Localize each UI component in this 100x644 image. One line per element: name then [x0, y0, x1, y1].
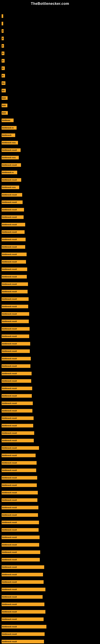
- bar: Bottleneck result: [1, 215, 24, 219]
- bar-row: Bo: [1, 89, 6, 92]
- bar-row: Bottleneck result: [1, 327, 30, 331]
- bar-row: Bottleneck result: [1, 379, 31, 383]
- bar-label: Bottleneck result: [2, 209, 17, 211]
- bar-label: E: [2, 30, 3, 32]
- bar: Bottleneck result: [1, 602, 44, 606]
- bar: Bottleneck result: [1, 461, 37, 465]
- bar: Bottleneck result: [1, 334, 29, 338]
- bar: Bottleneck result: [1, 327, 30, 331]
- bar-label: Bottleneck result: [2, 372, 17, 374]
- bar-label: Bottleneck result: [2, 544, 17, 546]
- bar-label: Bottleneck result: [2, 499, 17, 501]
- bar-row: Bottleneck result: [1, 618, 44, 621]
- bar-label: Bottleneck result: [2, 626, 17, 628]
- bar-row: Bottleneck result: [1, 625, 47, 628]
- bar-row: Bottleneck result: [1, 424, 33, 428]
- bar-label: Bottleneck result: [2, 410, 17, 412]
- bar-label: Bottleneck result: [2, 432, 17, 434]
- bar-row: Bottleneck result: [1, 342, 30, 346]
- bar-row: E: [1, 29, 3, 33]
- bar: Bottleneck result: [1, 513, 38, 517]
- bar-row: Bottleneck result: [1, 305, 28, 308]
- bar-label: Bottleneck result: [2, 164, 17, 166]
- bar-row: Bottleneck result: [1, 468, 36, 472]
- bar-row: Bottlenec: [1, 118, 14, 122]
- bar-label: Bottleneck result: [2, 358, 17, 360]
- bar-row: Bottleneck result: [1, 208, 24, 212]
- bar-row: Bottleneck result: [1, 290, 28, 294]
- bar-label: Bottleneck re: [2, 127, 14, 129]
- bar-label: Bottleneck result: [2, 231, 17, 233]
- bar-row: Bolt: [1, 104, 7, 107]
- bar-label: Bottleneck result: [2, 588, 17, 590]
- bar-row: Bottleneck result: [1, 580, 44, 584]
- bar-label: Bottleneck resu: [2, 142, 16, 144]
- bar: Bottleneck result: [1, 386, 32, 390]
- bar-row: Bottleneck result: [1, 588, 46, 591]
- bar-label: Bottleneck result: [2, 574, 17, 576]
- bar-row: Bottleneck result: [1, 595, 43, 599]
- bar: Bottleneck result: [1, 573, 43, 576]
- bar: Bottleneck result: [1, 379, 31, 383]
- bar-label: Bottleneck result: [2, 492, 17, 494]
- bar: Bottleneck result: [1, 439, 34, 442]
- bar-row: Bottleneck result: [1, 602, 44, 606]
- bar-row: Bottleneck result: [1, 275, 27, 278]
- bar: E: [1, 29, 3, 33]
- bar-label: Bolt: [2, 104, 6, 106]
- bar-row: Bottleneck result: [1, 178, 21, 182]
- site-title: TheBottlenecker.com: [0, 0, 100, 7]
- bar-row: Bottleneck result: [1, 163, 21, 167]
- bar: Bottleneck result: [1, 565, 44, 569]
- bar: Bott: [1, 111, 8, 115]
- bar-label: Bottleneck result: [2, 581, 17, 583]
- bar-row: Bottleneck result: [1, 148, 21, 152]
- bar-label: Bottleneck result: [2, 522, 17, 524]
- bar-row: Bottleneck result: [1, 491, 38, 494]
- bar: Bottleneck result: [1, 506, 38, 509]
- bar-label: Bottleneck result: [2, 536, 17, 538]
- bar-label: Bottleneck result: [2, 298, 17, 300]
- bar: Bottleneck resu: [1, 186, 19, 189]
- bar: [1, 14, 3, 18]
- bar: Bottleneck result: [1, 431, 34, 435]
- bar-label: Bottleneck result: [2, 633, 17, 635]
- chart-area: EEEBBBBBoBoBottBoltBottBottlenecBottlene…: [0, 7, 100, 644]
- bar: Bottleneck result: [1, 625, 47, 628]
- bar-label: Bottleneck result: [2, 388, 17, 390]
- bar-row: Bottleneck result: [1, 565, 44, 569]
- bar: Bottleneck result: [1, 468, 36, 472]
- bar: Bottleneck result: [1, 476, 37, 480]
- bar: Bottleneck result: [1, 454, 36, 457]
- bar: Bo: [1, 89, 6, 92]
- bar: Bottleneck result: [1, 163, 21, 167]
- bar-row: Bottleneck result: [1, 394, 32, 398]
- bar-row: Bottleneck result: [1, 446, 39, 450]
- bar-label: Bottleneck resu: [2, 186, 16, 188]
- bar-row: Bottleneck result: [1, 200, 23, 204]
- bar: Bottleneck result: [1, 372, 32, 375]
- bar-label: E: [2, 45, 3, 47]
- bar: Bottleneck result: [1, 282, 28, 286]
- bar: Bottleneck result: [1, 230, 25, 234]
- bar: Bottleneck result: [1, 320, 29, 323]
- bar: B: [1, 59, 4, 62]
- bar-label: Bottleneck result: [2, 611, 17, 613]
- bar-row: Bottleneck result: [1, 402, 33, 405]
- bar-label: Bottleneck result: [2, 417, 17, 419]
- bar-label: Bottleneck result: [2, 566, 17, 568]
- bar-row: Bottleneck resu: [1, 156, 19, 160]
- bar-row: B: [1, 52, 4, 55]
- bar-row: B: [1, 66, 5, 70]
- bar: Bottleneck result: [1, 297, 29, 301]
- bar-row: Bottleneck result: [1, 223, 25, 226]
- bar-row: Bottleneck result: [1, 454, 36, 457]
- bar: Bottleneck result: [1, 416, 34, 420]
- bar-row: Bottleneck result: [1, 543, 39, 546]
- bar-label: Bott: [2, 112, 6, 114]
- bar-row: Bottleneck result: [1, 610, 46, 614]
- bar: E: [1, 44, 4, 48]
- bar-label: Bottleneck: [2, 134, 11, 136]
- bar-label: Bottleneck result: [2, 290, 17, 292]
- bar-row: Bottleneck result: [1, 573, 43, 576]
